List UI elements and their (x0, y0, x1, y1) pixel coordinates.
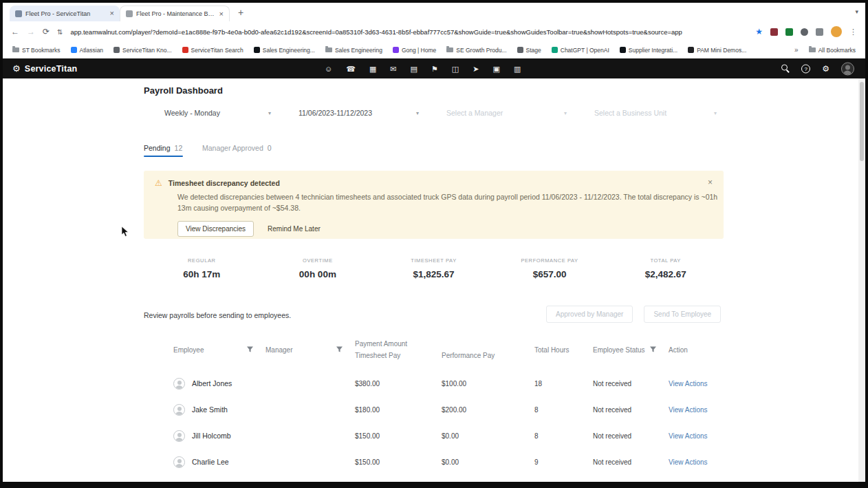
bookmark-item[interactable]: Sales Engineering... (254, 47, 315, 54)
book-icon[interactable]: ▥ (514, 65, 521, 72)
performance-pay-cell: $200.00 (442, 406, 534, 414)
bookmark-item[interactable]: ST Bookmarks (12, 47, 61, 54)
page-scrollbar[interactable] (858, 78, 865, 482)
filter-icon[interactable] (247, 346, 253, 353)
bookmark-item[interactable]: ChatGPT | OpenAI (552, 47, 609, 54)
remind-me-later-button[interactable]: Remind Me Later (263, 222, 325, 236)
user-avatar[interactable] (841, 62, 854, 75)
table-row-partial (173, 475, 724, 488)
tab-close-icon[interactable]: × (219, 10, 224, 18)
alert-actions: View Discrepancies Remind Me Later (177, 221, 713, 237)
phone-icon[interactable]: ☎ (346, 65, 356, 72)
forward-icon[interactable]: → (27, 28, 35, 36)
pay-period-filter[interactable]: Weekly - Monday ▾ (164, 109, 271, 117)
approved-by-manager-button[interactable]: Approved by Manager (546, 306, 633, 323)
refresh-icon[interactable]: ⟳ (43, 28, 50, 36)
alert-header: ⚠ Timesheet discrepancy detected (155, 179, 713, 187)
bookmark-item[interactable]: Stage (517, 47, 541, 54)
discrepancy-alert-banner: ⚠ Timesheet discrepancy detected We dete… (144, 171, 724, 239)
bookmark-item[interactable]: Gong | Home (393, 47, 436, 54)
invoice-icon[interactable]: ▤ (411, 65, 417, 72)
back-icon[interactable]: ← (11, 28, 19, 36)
browser-menu-icon[interactable]: ⋮ (849, 28, 857, 36)
top-nav-right: ? ⚙ (781, 62, 854, 75)
tab-manager-approved[interactable]: Manager Approved0 (202, 144, 272, 152)
tab-count: 0 (268, 144, 272, 152)
close-icon[interactable]: × (708, 178, 713, 187)
dispatch-icon[interactable]: ➤ (473, 65, 479, 72)
warning-icon: ⚠ (155, 179, 162, 187)
extension-icon[interactable] (770, 28, 778, 36)
truck-icon[interactable]: ▣ (492, 65, 499, 72)
bookmark-star-icon[interactable]: ★ (755, 27, 763, 36)
filter-icon[interactable] (336, 346, 343, 353)
servicetitan-logo[interactable]: ⚙ ServiceTitan (12, 64, 77, 74)
send-to-employee-button[interactable]: Send To Employee (644, 306, 721, 323)
chevron-down-icon: ▾ (564, 110, 567, 116)
view-actions-link[interactable]: View Actions (669, 380, 724, 388)
scrollbar-thumb[interactable] (860, 82, 864, 161)
alert-title: Timesheet discrepancy detected (169, 179, 280, 187)
payroll-summary-stats: REGULAR 60h 17m OVERTIME 00h 00m TIMESHE… (144, 257, 724, 279)
message-icon[interactable]: ✉ (390, 65, 396, 72)
business-unit-filter[interactable]: Select a Business Unit ▾ (594, 109, 717, 117)
search-icon[interactable] (781, 65, 790, 73)
manager-filter[interactable]: Select a Manager ▾ (446, 109, 567, 117)
tab-title: Fleet Pro - Maintenance Bo... (136, 10, 216, 17)
flag-icon[interactable]: ⚑ (431, 65, 438, 72)
employee-name: Albert Jones (192, 379, 232, 388)
employee-name: Charlie Lee (192, 458, 229, 466)
bookmark-item[interactable]: PAM Mini Demos... (688, 47, 746, 54)
date-range-filter[interactable]: 11/06/2023-11/12/2023 ▾ (299, 109, 419, 117)
filter-icon[interactable] (650, 346, 656, 353)
url-input[interactable]: app.teamwalnut.com/player/?demoId=e1ac88… (70, 28, 748, 36)
folder-icon (446, 47, 453, 52)
bookmark-folder[interactable]: Sales Engineering (325, 47, 382, 54)
browser-tab-maintenance[interactable]: Fleet Pro - Maintenance Bo... × (120, 6, 230, 21)
bookmark-folder[interactable]: SE Growth Produ... (446, 47, 506, 54)
overflow-bookmarks-icon[interactable]: » (794, 46, 799, 54)
extension-icon[interactable] (816, 28, 823, 36)
tab-close-icon[interactable]: × (110, 10, 114, 17)
servicetitan-logo-icon: ⚙ (12, 64, 21, 73)
card-icon[interactable]: ◫ (452, 65, 459, 72)
site-favicon (182, 47, 188, 53)
top-nav-icons: ☺ ☎ ▦ ✉ ▤ ⚑ ◫ ➤ ▣ ▥ (325, 65, 521, 72)
avatar (173, 404, 185, 416)
new-tab-button[interactable]: + (238, 7, 243, 18)
avatar (173, 430, 185, 442)
servicetitan-top-nav: ⚙ ServiceTitan ☺ ☎ ▦ ✉ ▤ ⚑ ◫ ➤ ▣ ▥ ? ⚙ (3, 59, 865, 78)
help-icon[interactable]: ? (801, 64, 810, 73)
site-info-icon[interactable]: ⇅ (57, 28, 63, 36)
view-discrepancies-button[interactable]: View Discrepancies (177, 221, 254, 237)
extension-icon[interactable] (785, 28, 793, 36)
view-actions-link[interactable]: View Actions (669, 458, 724, 466)
browser-address-bar: ← → ⟳ ⇅ app.teamwalnut.com/player/?demoI… (3, 21, 865, 42)
browser-profile-avatar[interactable] (831, 26, 842, 37)
employee-cell (173, 482, 265, 488)
tab-pending[interactable]: Pending12 (144, 144, 182, 152)
support-icon[interactable]: ☺ (325, 65, 332, 72)
stat-performance-pay: PERFORMANCE PAY $657.00 (492, 257, 608, 279)
bookmark-item[interactable]: ServiceTitan Kno... (113, 47, 172, 54)
view-actions-link[interactable]: View Actions (669, 406, 724, 414)
calendar-icon[interactable]: ▦ (369, 65, 376, 72)
settings-gear-icon[interactable]: ⚙ (822, 65, 829, 73)
bookmark-item[interactable]: ServiceTitan Search (182, 47, 243, 54)
tab-title: Fleet Pro - ServiceTitan (25, 10, 107, 17)
performance-pay-cell: $0.00 (442, 432, 534, 440)
status-cell: Not received (593, 458, 669, 466)
total-hours-cell: 9 (534, 458, 593, 466)
employee-cell: Jake Smith (173, 404, 265, 416)
bookmark-item[interactable]: Atlassian (71, 47, 104, 54)
extension-icon[interactable] (801, 28, 808, 36)
column-employee: Employee (173, 338, 265, 361)
bookmark-item[interactable]: Supplier Integrati... (620, 47, 677, 54)
status-cell: Not received (593, 380, 669, 388)
performance-pay-cell: $0.00 (442, 458, 534, 466)
browser-tab-fleet-pro[interactable]: Fleet Pro - ServiceTitan × (10, 6, 120, 21)
view-actions-link[interactable]: View Actions (669, 432, 724, 440)
tab-list-caret-icon[interactable]: ▾ (855, 8, 858, 15)
employee-cell: Charlie Lee (173, 456, 265, 468)
all-bookmarks-button[interactable]: All Bookmarks (809, 47, 856, 54)
